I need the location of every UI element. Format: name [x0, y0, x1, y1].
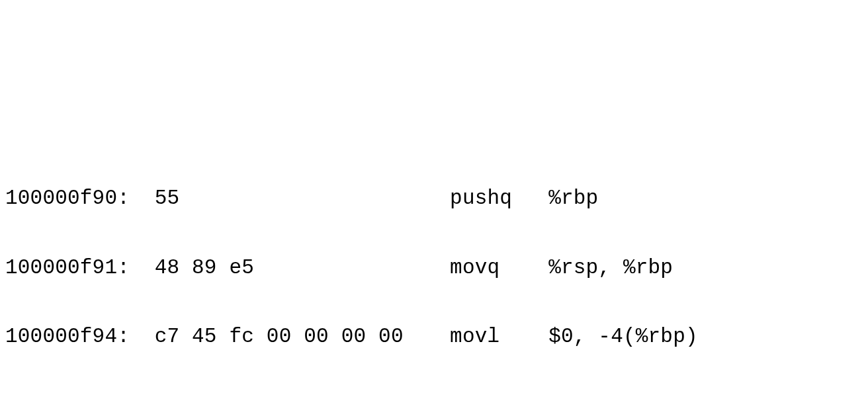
mnemonic: movq [450, 251, 536, 285]
disassembly-listing: 100000f90: 55pushq %rbp 100000f91: 48 89… [5, 147, 863, 393]
operands: $0, -4(%rbp) [548, 320, 698, 354]
address: 100000f9b: [5, 388, 130, 393]
hex-bytes: c7 45 fc 00 00 00 00 [155, 320, 450, 354]
hex-bytes: 55 [155, 181, 450, 216]
address: 100000f94: [5, 320, 130, 354]
table-row: 100000f90: 55pushq %rbp [5, 181, 863, 216]
hex-bytes: 48 89 e5 [155, 251, 450, 285]
table-row: 100000f91: 48 89 e5movq %rsp, %rbp [5, 251, 863, 285]
table-row: 100000f94: c7 45 fc 00 00 00 00movl $0, … [5, 320, 863, 354]
table-row: 100000f9b: c7 45 f8 05 00 00 00movl $5, … [5, 388, 863, 393]
mnemonic: movl [450, 388, 536, 393]
operands: $5, -8(%rbp) [548, 388, 698, 393]
address: 100000f90: [5, 181, 130, 216]
operands: %rsp, %rbp [548, 251, 673, 285]
mnemonic: pushq [450, 181, 536, 216]
hex-bytes: c7 45 f8 05 00 00 00 [155, 388, 450, 393]
address: 100000f91: [5, 251, 130, 285]
mnemonic: movl [450, 320, 536, 354]
operands: %rbp [548, 181, 598, 216]
